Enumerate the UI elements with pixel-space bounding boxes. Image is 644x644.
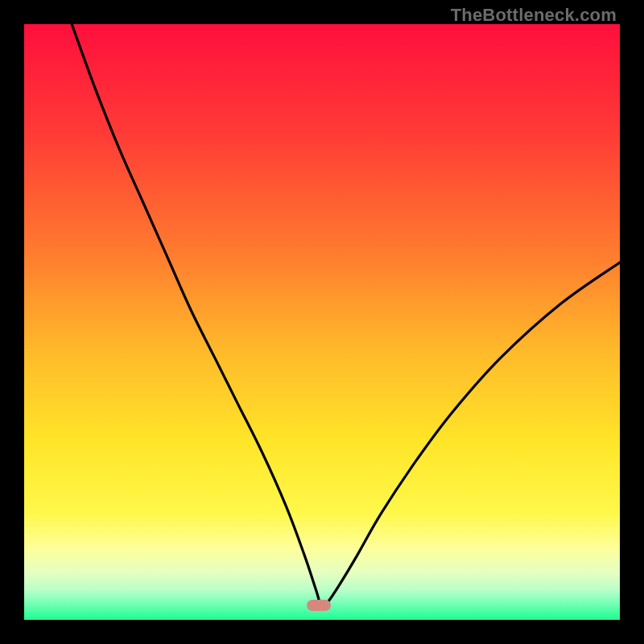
optimum-marker — [307, 600, 331, 611]
watermark-text: TheBottleneck.com — [451, 5, 617, 26]
chart-frame: TheBottleneck.com — [0, 0, 644, 644]
bottleneck-curve — [24, 24, 620, 620]
plot-area — [24, 24, 620, 620]
